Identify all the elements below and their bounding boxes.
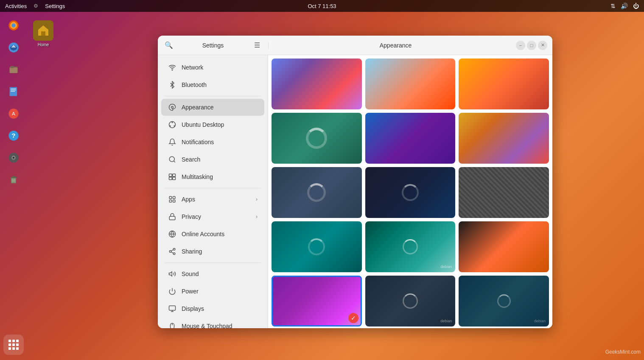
svg-point-19 xyxy=(13,157,15,159)
apps-grid-icon xyxy=(8,340,19,350)
svg-rect-11 xyxy=(11,90,16,90)
menu-button[interactable]: ☰ xyxy=(251,39,263,51)
debian-label-15: debian xyxy=(534,319,546,323)
svg-point-28 xyxy=(171,106,174,109)
apps-arrow-icon: › xyxy=(256,196,258,202)
wallpaper-item[interactable] xyxy=(365,167,456,218)
sidebar-item-multitasking[interactable]: Multitasking xyxy=(161,168,264,185)
svg-rect-22 xyxy=(12,176,15,177)
sidebar-divider-2 xyxy=(165,188,261,188)
sidebar-item-appearance[interactable]: Appearance xyxy=(161,99,264,116)
settings-label[interactable]: Settings xyxy=(45,3,65,9)
svg-rect-39 xyxy=(169,196,171,198)
wallpaper-item-selected[interactable]: ✓ xyxy=(272,276,362,327)
dock-item-files[interactable] xyxy=(3,59,24,80)
debian-swirl-logo xyxy=(306,128,327,149)
sidebar-item-privacy[interactable]: Privacy › xyxy=(161,208,264,225)
sidebar-item-displays[interactable]: Displays xyxy=(161,300,264,317)
dock-item-settings[interactable] xyxy=(3,148,24,168)
debian-swirl-11 xyxy=(403,239,418,254)
svg-rect-12 xyxy=(11,91,15,92)
svg-point-2 xyxy=(11,23,15,27)
settings-window-title: Settings xyxy=(179,42,247,49)
dock-item-help[interactable]: ? xyxy=(3,126,24,146)
wallpaper-item[interactable] xyxy=(365,113,456,164)
bluetooth-icon xyxy=(168,81,176,89)
svg-rect-38 xyxy=(173,177,176,180)
svg-rect-10 xyxy=(11,89,16,89)
close-button[interactable]: ✕ xyxy=(538,41,547,50)
dock-item-software[interactable]: A xyxy=(3,103,24,124)
displays-icon xyxy=(168,304,176,313)
privacy-arrow-icon: › xyxy=(256,214,258,220)
sidebar-divider-3 xyxy=(165,262,261,263)
sidebar-label-notifications: Notifications xyxy=(182,139,258,145)
topbar-right: ⇅ 🔊 ⏻ xyxy=(610,3,639,9)
power-status-icon[interactable]: ⏻ xyxy=(633,3,639,9)
dock-item-thunderbird[interactable] xyxy=(3,37,24,58)
svg-point-31 xyxy=(170,126,171,127)
sidebar-item-bluetooth[interactable]: Bluetooth xyxy=(161,76,264,93)
sidebar-item-power[interactable]: Power xyxy=(161,283,264,300)
selected-checkmark: ✓ xyxy=(348,313,358,323)
sidebar-label-sharing: Sharing xyxy=(182,248,258,255)
appearance-icon xyxy=(168,103,176,112)
sharing-icon xyxy=(168,247,176,256)
dock-item-writer[interactable] xyxy=(3,81,24,102)
debian-logo-10 xyxy=(308,238,325,255)
topbar-datetime: Oct 7 11:53 xyxy=(308,3,336,9)
sidebar-item-sound[interactable]: Sound xyxy=(161,265,264,282)
sidebar-item-mouse-touchpad[interactable]: Mouse & Touchpad xyxy=(161,318,264,328)
wallpaper-item[interactable] xyxy=(365,59,456,109)
activities-label[interactable]: Activities xyxy=(5,3,27,9)
svg-rect-53 xyxy=(169,306,176,310)
network-icon xyxy=(168,63,176,72)
privacy-icon xyxy=(168,212,176,221)
sidebar-item-online-accounts[interactable]: Online Accounts xyxy=(161,226,264,243)
sidebar-label-mouse-touchpad: Mouse & Touchpad xyxy=(182,323,258,328)
sidebar-item-network[interactable]: Network xyxy=(161,59,264,76)
show-applications-button[interactable] xyxy=(3,335,24,355)
minimize-button[interactable]: − xyxy=(516,41,525,50)
wallpaper-item[interactable] xyxy=(272,113,362,164)
wallpaper-item[interactable] xyxy=(272,221,362,272)
ubuntu-desktop-icon xyxy=(168,120,176,129)
window-titlebar: 🔍 Settings ☰ Appearance − □ ✕ xyxy=(158,36,552,55)
topbar-left: Activities ⚙ Settings xyxy=(5,3,65,9)
svg-point-30 xyxy=(172,122,173,123)
mouse-icon xyxy=(168,322,176,328)
dock-item-firefox[interactable] xyxy=(3,15,24,36)
sidebar-item-sharing[interactable]: Sharing xyxy=(161,243,264,260)
sidebar-label-bluetooth: Bluetooth xyxy=(182,81,258,88)
search-button[interactable]: 🔍 xyxy=(163,39,175,51)
svg-point-33 xyxy=(169,156,174,162)
wallpaper-item[interactable] xyxy=(459,167,549,218)
home-icon-label: Home xyxy=(38,42,49,47)
svg-text:A: A xyxy=(12,111,15,116)
svg-marker-51 xyxy=(169,272,172,276)
sidebar-item-apps[interactable]: Apps › xyxy=(161,191,264,208)
network-status-icon[interactable]: ⇅ xyxy=(610,3,616,9)
sidebar-label-search: Search xyxy=(182,156,258,163)
appearance-panel-title: Appearance xyxy=(275,42,516,49)
sidebar-item-notifications[interactable]: Notifications xyxy=(161,134,264,151)
sidebar-label-privacy: Privacy xyxy=(182,213,251,220)
wallpaper-item[interactable]: debian xyxy=(365,276,456,327)
svg-point-48 xyxy=(173,253,175,255)
sidebar-item-search[interactable]: Search xyxy=(161,151,264,168)
svg-text:?: ? xyxy=(11,132,15,139)
desktop-home-icon[interactable]: Home xyxy=(33,20,53,47)
wallpaper-item[interactable] xyxy=(272,59,362,109)
sound-status-icon[interactable]: 🔊 xyxy=(621,3,628,9)
sidebar-item-ubuntu-desktop[interactable]: Ubuntu Desktop xyxy=(161,116,264,133)
dock-item-trash[interactable] xyxy=(3,170,24,190)
wallpaper-item[interactable] xyxy=(459,221,549,272)
wallpaper-item[interactable]: debian xyxy=(365,221,456,272)
wallpaper-panel: debian ✓ debian debian xyxy=(268,55,552,328)
sidebar-label-network: Network xyxy=(182,64,258,71)
wallpaper-item[interactable]: debian xyxy=(459,276,549,327)
wallpaper-item[interactable] xyxy=(459,59,549,109)
wallpaper-item[interactable] xyxy=(272,167,362,218)
wallpaper-item[interactable] xyxy=(459,113,549,164)
maximize-button[interactable]: □ xyxy=(527,41,536,50)
